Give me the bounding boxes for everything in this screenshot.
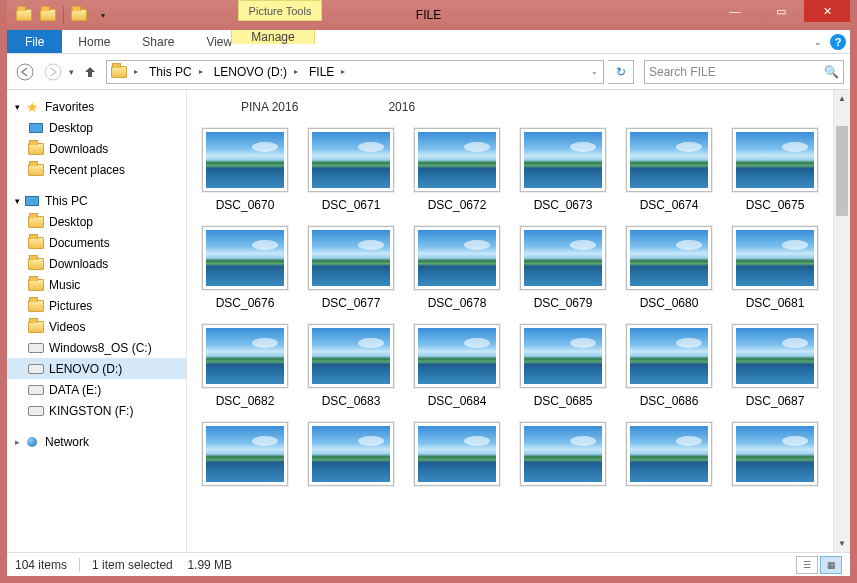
- forward-button[interactable]: [41, 60, 65, 84]
- scroll-up-button[interactable]: ▲: [834, 90, 850, 107]
- image-preview-icon: [524, 426, 602, 482]
- up-button[interactable]: [78, 60, 102, 84]
- history-dropdown-button[interactable]: ▾: [69, 67, 74, 77]
- file-thumbnail[interactable]: DSC_0675: [731, 128, 819, 212]
- folder-label[interactable]: PINA 2016: [241, 100, 298, 114]
- file-thumbnail[interactable]: [625, 422, 713, 486]
- folder-icon: [13, 4, 35, 26]
- tree-item-documents[interactable]: Documents: [7, 232, 186, 253]
- details-view-button[interactable]: ☰: [796, 556, 818, 574]
- tree-item-recent[interactable]: Recent places: [7, 159, 186, 180]
- refresh-button[interactable]: ↻: [608, 60, 634, 84]
- file-thumbnail[interactable]: [201, 422, 289, 486]
- file-thumbnail[interactable]: [731, 422, 819, 486]
- image-preview-icon: [418, 426, 496, 482]
- file-thumbnail[interactable]: DSC_0682: [201, 324, 289, 408]
- search-icon: 🔍: [824, 65, 839, 79]
- file-thumbnail[interactable]: [307, 422, 395, 486]
- search-input[interactable]: [649, 65, 824, 79]
- chevron-right-icon[interactable]: ▸: [336, 61, 350, 83]
- address-dropdown-button[interactable]: ⌄: [585, 67, 603, 76]
- file-thumbnail[interactable]: DSC_0670: [201, 128, 289, 212]
- breadcrumb-segment[interactable]: FILE: [303, 61, 336, 83]
- file-thumbnail[interactable]: DSC_0684: [413, 324, 501, 408]
- chevron-right-icon[interactable]: ▸: [194, 61, 208, 83]
- thumbnail-frame: [308, 128, 394, 192]
- file-name: DSC_0679: [534, 296, 593, 310]
- tree-item-drive-c[interactable]: Windows8_OS (C:): [7, 337, 186, 358]
- file-thumbnail[interactable]: [413, 422, 501, 486]
- file-thumbnail[interactable]: DSC_0674: [625, 128, 713, 212]
- chevron-right-icon[interactable]: ▸: [129, 61, 143, 83]
- image-preview-icon: [418, 328, 496, 384]
- tab-file[interactable]: File: [7, 30, 62, 53]
- file-name: DSC_0673: [534, 198, 593, 212]
- scroll-down-button[interactable]: ▼: [834, 535, 850, 552]
- file-thumbnail[interactable]: DSC_0672: [413, 128, 501, 212]
- search-box[interactable]: 🔍: [644, 60, 844, 84]
- tree-network[interactable]: ▸Network: [7, 431, 186, 452]
- file-thumbnail[interactable]: DSC_0681: [731, 226, 819, 310]
- file-thumbnail[interactable]: DSC_0676: [201, 226, 289, 310]
- file-thumbnail[interactable]: DSC_0673: [519, 128, 607, 212]
- file-thumbnail[interactable]: DSC_0683: [307, 324, 395, 408]
- tree-item-desktop[interactable]: Desktop: [7, 117, 186, 138]
- tree-thispc[interactable]: ▾This PC: [7, 190, 186, 211]
- tree-item-drive-d[interactable]: LENOVO (D:): [7, 358, 186, 379]
- thumbnail-frame: [308, 422, 394, 486]
- chevron-right-icon[interactable]: ▸: [289, 61, 303, 83]
- help-icon[interactable]: ?: [830, 34, 846, 50]
- folder-labels-row: PINA 2016 2016: [241, 100, 840, 114]
- tree-item-videos[interactable]: Videos: [7, 316, 186, 337]
- file-thumbnail[interactable]: DSC_0678: [413, 226, 501, 310]
- tree-item-drive-f[interactable]: KINGSTON (F:): [7, 400, 186, 421]
- file-thumbnail[interactable]: DSC_0686: [625, 324, 713, 408]
- image-preview-icon: [630, 132, 708, 188]
- qat-dropdown-button[interactable]: ▾: [92, 4, 114, 26]
- image-preview-icon: [312, 230, 390, 286]
- vertical-scrollbar[interactable]: ▲ ▼: [833, 90, 850, 552]
- thumbnail-frame: [414, 128, 500, 192]
- file-thumbnail[interactable]: DSC_0677: [307, 226, 395, 310]
- image-preview-icon: [206, 132, 284, 188]
- qat-new-folder-button[interactable]: [68, 4, 90, 26]
- file-thumbnail[interactable]: DSC_0687: [731, 324, 819, 408]
- scroll-thumb[interactable]: [836, 126, 848, 216]
- thumbnails-view-button[interactable]: ▦: [820, 556, 842, 574]
- tree-favorites[interactable]: ▾★Favorites: [7, 96, 186, 117]
- tree-item-music[interactable]: Music: [7, 274, 186, 295]
- tree-item-pictures[interactable]: Pictures: [7, 295, 186, 316]
- navigation-pane: ▾★Favorites Desktop Downloads Recent pla…: [7, 90, 187, 552]
- file-name: DSC_0686: [640, 394, 699, 408]
- image-preview-icon: [206, 328, 284, 384]
- tab-manage[interactable]: Manage: [231, 30, 315, 44]
- titlebar: ▾ Picture Tools FILE — ▭ ✕: [7, 0, 850, 30]
- thumbnail-frame: [202, 128, 288, 192]
- qat-properties-button[interactable]: [37, 4, 59, 26]
- file-thumbnail[interactable]: DSC_0685: [519, 324, 607, 408]
- breadcrumb-segment[interactable]: LENOVO (D:): [208, 61, 289, 83]
- file-thumbnail[interactable]: DSC_0679: [519, 226, 607, 310]
- image-preview-icon: [524, 230, 602, 286]
- tab-share[interactable]: Share: [126, 30, 190, 53]
- contextual-tab-label: Picture Tools: [238, 0, 322, 21]
- file-thumbnail[interactable]: [519, 422, 607, 486]
- tree-item-downloads[interactable]: Downloads: [7, 138, 186, 159]
- window-title: FILE: [416, 8, 441, 22]
- ribbon-expand-button[interactable]: ⌄: [814, 37, 822, 47]
- tree-item-downloads2[interactable]: Downloads: [7, 253, 186, 274]
- tab-home[interactable]: Home: [62, 30, 126, 53]
- thumbnail-frame: [414, 324, 500, 388]
- folder-label[interactable]: 2016: [388, 100, 415, 114]
- maximize-button[interactable]: ▭: [758, 0, 804, 22]
- minimize-button[interactable]: —: [712, 0, 758, 22]
- close-button[interactable]: ✕: [804, 0, 850, 22]
- tree-item-drive-e[interactable]: DATA (E:): [7, 379, 186, 400]
- back-button[interactable]: [13, 60, 37, 84]
- file-thumbnail[interactable]: DSC_0671: [307, 128, 395, 212]
- tree-item-desktop2[interactable]: Desktop: [7, 211, 186, 232]
- file-thumbnail[interactable]: DSC_0680: [625, 226, 713, 310]
- breadcrumb-segment[interactable]: This PC: [143, 61, 194, 83]
- address-bar[interactable]: ▸ This PC ▸ LENOVO (D:) ▸ FILE ▸ ⌄: [106, 60, 604, 84]
- file-name: DSC_0676: [216, 296, 275, 310]
